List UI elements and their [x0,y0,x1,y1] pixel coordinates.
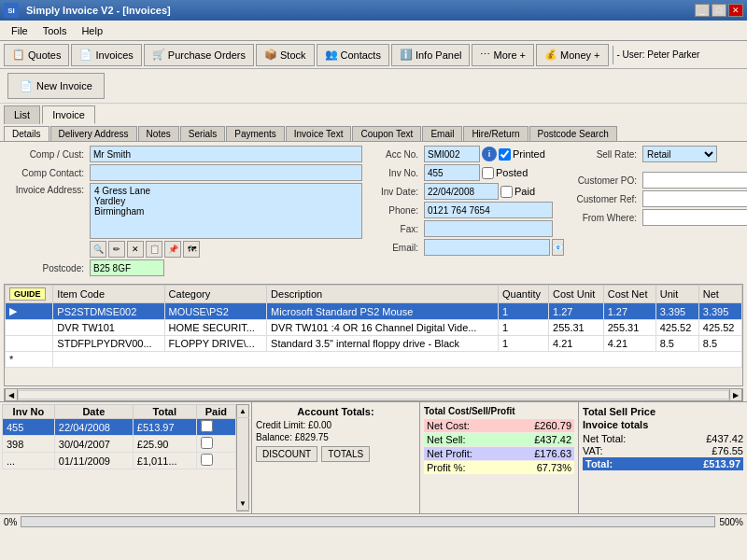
menu-tools[interactable]: Tools [35,23,75,38]
col-category: Category [164,286,267,303]
new-row[interactable]: * [6,352,742,368]
address-map-icon[interactable]: 🗺 [183,241,200,258]
row-category: MOUSE\PS2 [164,303,267,320]
toolbar-stock[interactable]: 📦 Stock [256,44,315,66]
outer-tab-bar: List Invoice [0,104,747,124]
tab-invoice-text[interactable]: Invoice Text [286,126,352,141]
tab-list[interactable]: List [4,105,40,124]
comp-contact-input[interactable] [90,164,362,181]
stock-icon: 📦 [264,49,277,61]
profit-pct-value: 67.73% [537,462,571,473]
fax-input[interactable] [424,220,553,237]
new-invoice-button[interactable]: 📄 New Invoice [7,73,105,99]
form-area: Comp / Cust: Comp Contact: Invoice Addre… [0,142,747,282]
comp-cust-input[interactable] [90,146,362,162]
tab-payments[interactable]: Payments [226,126,284,141]
acc-no-input[interactable] [424,146,480,162]
vat-row: VAT: £76.55 [583,445,743,456]
sell-rate-select[interactable]: Retail Trade Wholesale [642,146,717,162]
row-quantity: 1 [499,303,549,320]
address-copy-icon[interactable]: 📋 [146,241,162,258]
phone-input[interactable] [424,202,553,218]
fax-row: Fax: [366,220,553,237]
postcode-input[interactable] [90,259,164,276]
table-row[interactable]: STDFPLPYDRV00... FLOPPY DRIVE\... Standa… [6,336,742,352]
from-where-label: From Where: [557,213,641,223]
toolbar-more[interactable]: ⋯ More + [472,44,534,66]
menu-help[interactable]: Help [74,23,110,38]
scroll-up-button[interactable]: ▲ [236,405,249,418]
toolbar-invoices[interactable]: 📄 Invoices [71,44,141,66]
discount-button[interactable]: DISCOUNT [256,446,317,462]
printed-label: Printed [513,148,545,160]
table-row[interactable]: DVR TW101 HOME SECURIT... DVR TW101 :4 O… [6,320,742,336]
list-item[interactable]: ... 01/11/2009 £1,011... [3,453,236,469]
fax-label: Fax: [366,224,422,234]
row-category: HOME SECURIT... [164,320,267,336]
address-edit-icon[interactable]: ✏ [108,241,125,258]
row-item-code: PS2STDMSE002 [53,303,164,320]
list-item[interactable]: 398 30/04/2007 £25.90 [3,436,236,453]
printed-checkbox[interactable] [499,148,511,161]
net-cost-label: Net Cost: [427,420,470,431]
inv-no-input[interactable] [424,164,480,181]
table-row[interactable]: ▶ PS2STDMSE002 MOUSE\PS2 Microsoft Stand… [6,303,742,320]
comp-cust-label: Comp / Cust: [4,149,88,160]
row-description: Standard 3.5" internal floppy drive - Bl… [267,336,499,352]
info-icon[interactable]: i [482,147,497,161]
address-delete-icon[interactable]: ✕ [127,241,144,258]
guide-button[interactable]: GUIDE [9,287,46,301]
toolbar-money[interactable]: 💰 Money + [536,44,609,66]
vat-value: £76.55 [712,445,743,456]
list-paid [196,419,235,436]
toolbar-purchase-orders[interactable]: 🛒 Purchase Orders [144,44,254,66]
paid-check[interactable] [201,420,213,432]
scroll-right-button[interactable]: ▶ [729,388,742,401]
tab-hire-return[interactable]: Hire/Return [463,126,528,141]
progress-bar-outer [21,516,715,527]
address-paste-icon[interactable]: 📌 [164,241,181,258]
tab-invoice[interactable]: Invoice [42,105,95,124]
postcode-label: Postcode: [4,263,88,273]
tab-email[interactable]: Email [422,126,462,141]
totals-button[interactable]: TOTALS [321,446,370,462]
row-net: 3.395 [698,303,741,320]
paid-checkbox[interactable] [500,186,513,198]
customer-po-input[interactable] [642,172,747,189]
vat-label: VAT: [583,445,603,456]
horizontal-scrollbar[interactable]: ◀ ▶ [4,388,743,401]
tab-notes[interactable]: Notes [138,126,179,141]
minimize-button[interactable]: _ [695,4,710,17]
list-inv-no: 398 [3,436,55,453]
tab-serials[interactable]: Serials [180,126,226,141]
list-inv-no: 455 [3,419,55,436]
col-guide: GUIDE [6,286,53,303]
tab-postcode-search[interactable]: Postcode Search [529,126,617,141]
list-item[interactable]: 455 22/04/2008 £513.97 [3,419,236,436]
from-where-input[interactable] [642,209,747,226]
paid-check[interactable] [201,454,213,466]
tab-coupon-text[interactable]: Coupon Text [352,126,421,141]
toolbar-separator [613,46,613,64]
address-search-icon[interactable]: 🔍 [90,241,106,258]
toolbar-info-panel[interactable]: ℹ️ Info Panel [391,44,471,66]
scroll-track[interactable] [18,390,729,399]
scroll-down-button[interactable]: ▼ [236,497,249,511]
menu-file[interactable]: File [4,23,35,38]
tab-delivery-address[interactable]: Delivery Address [50,126,137,141]
total-value: £513.97 [703,458,740,469]
paid-check[interactable] [201,437,213,449]
tab-details[interactable]: Details [4,126,49,141]
scroll-left-button[interactable]: ◀ [5,388,18,401]
invoice-list-scrollbar[interactable]: ▲ ▼ [236,404,249,511]
from-where-row: From Where: [557,209,743,226]
posted-checkbox[interactable] [482,167,494,179]
toolbar-quotes[interactable]: 📋 Quotes [4,44,69,66]
inv-date-input[interactable] [424,183,499,200]
toolbar-contacts[interactable]: 👥 Contacts [317,44,389,66]
list-col-inv-no: Inv No [3,405,55,419]
maximize-button[interactable]: □ [712,4,726,17]
close-button[interactable]: ✕ [728,4,743,17]
email-input[interactable] [424,239,550,256]
customer-ref-input[interactable] [642,190,747,207]
